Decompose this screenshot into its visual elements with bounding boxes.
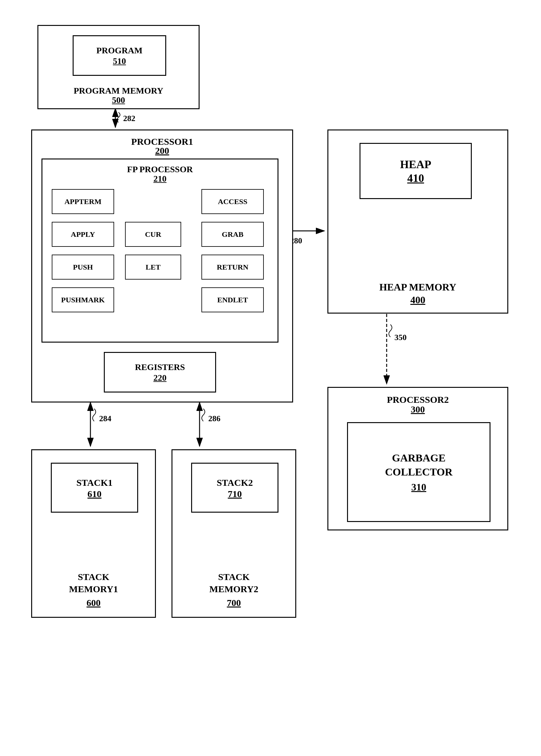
stack-memory1-number: 600 xyxy=(32,597,155,608)
processor1-box: PROCESSOR1 200 FP PROCESSOR 210 APPTERM … xyxy=(31,129,293,402)
processor1-number: 200 xyxy=(32,145,292,156)
program-label: PROGRAM xyxy=(96,45,143,56)
gc-label: GARBAGECOLLECTOR xyxy=(385,451,453,479)
return-label: RETURN xyxy=(217,263,248,271)
let-label: LET xyxy=(146,263,161,271)
stack2-number: 710 xyxy=(228,489,242,499)
stack2-label: STACK2 xyxy=(217,476,253,489)
stack2-inner-box: STACK2 710 xyxy=(191,463,278,513)
stack-memory1-box: STACK1 610 STACKMEMORY1 600 xyxy=(31,449,156,618)
processor2-number: 300 xyxy=(328,404,507,415)
stack1-number: 610 xyxy=(88,489,102,499)
heap-memory-number: 400 xyxy=(328,294,507,306)
grab-label: GRAB xyxy=(222,230,243,239)
appterm-label: APPTERM xyxy=(65,198,102,206)
push-label: PUSH xyxy=(73,263,93,271)
cur-label: CUR xyxy=(145,230,161,239)
gc-inner-box: GARBAGECOLLECTOR 310 xyxy=(347,422,490,522)
endlet-box: ENDLET xyxy=(202,287,264,312)
stack-memory2-box: STACK2 710 STACKMEMORY2 700 xyxy=(172,449,296,618)
endlet-label: ENDLET xyxy=(217,296,248,304)
svg-text:286: 286 xyxy=(208,414,221,423)
appterm-box: APPTERM xyxy=(52,189,114,214)
svg-text:282: 282 xyxy=(123,114,135,123)
registers-number: 220 xyxy=(154,373,167,383)
stack-memory2-number: 700 xyxy=(173,597,295,608)
heap-memory-label: HEAP MEMORY xyxy=(328,281,507,294)
registers-label: REGISTERS xyxy=(135,362,185,373)
stack-memory2-label: STACKMEMORY2 xyxy=(173,571,295,595)
heap-number: 410 xyxy=(407,172,424,185)
let-box: LET xyxy=(125,255,181,280)
pushmark-label: PUSHMARK xyxy=(61,296,105,304)
heap-memory-box: HEAP 410 HEAP MEMORY 400 xyxy=(327,129,508,314)
heap-label: HEAP xyxy=(400,157,431,172)
pushmark-box: PUSHMARK xyxy=(52,287,114,312)
grab-box: GRAB xyxy=(202,222,264,247)
registers-box: REGISTERS 220 xyxy=(104,352,216,393)
return-box: RETURN xyxy=(202,255,264,280)
cur-box: CUR xyxy=(125,222,181,247)
access-box: ACCESS xyxy=(202,189,264,214)
program-memory-box: PROGRAM 510 PROGRAM MEMORY 500 xyxy=(37,25,200,109)
stack1-label: STACK1 xyxy=(76,476,113,489)
stack1-inner-box: STACK1 610 xyxy=(51,463,138,513)
heap-inner-box: HEAP 410 xyxy=(359,143,472,199)
svg-text:284: 284 xyxy=(99,414,111,423)
program-memory-number: 500 xyxy=(38,95,199,105)
processor2-box: PROCESSOR2 300 GARBAGECOLLECTOR 310 xyxy=(327,387,508,530)
apply-box: APPLY xyxy=(52,222,114,247)
program-inner-box: PROGRAM 510 xyxy=(73,35,166,76)
stack-memory1-label: STACKMEMORY1 xyxy=(32,571,155,595)
program-number: 510 xyxy=(113,56,126,66)
fp-processor-label: FP PROCESSOR xyxy=(42,164,277,175)
svg-text:350: 350 xyxy=(394,333,407,342)
gc-number: 310 xyxy=(411,481,426,493)
fp-processor-box: FP PROCESSOR 210 APPTERM ACCESS APPLY CU… xyxy=(41,159,278,343)
program-memory-label: PROGRAM MEMORY xyxy=(38,85,199,96)
apply-label: APPLY xyxy=(71,230,95,239)
access-label: ACCESS xyxy=(218,198,248,206)
push-box: PUSH xyxy=(52,255,114,280)
fp-processor-number: 210 xyxy=(42,174,277,184)
